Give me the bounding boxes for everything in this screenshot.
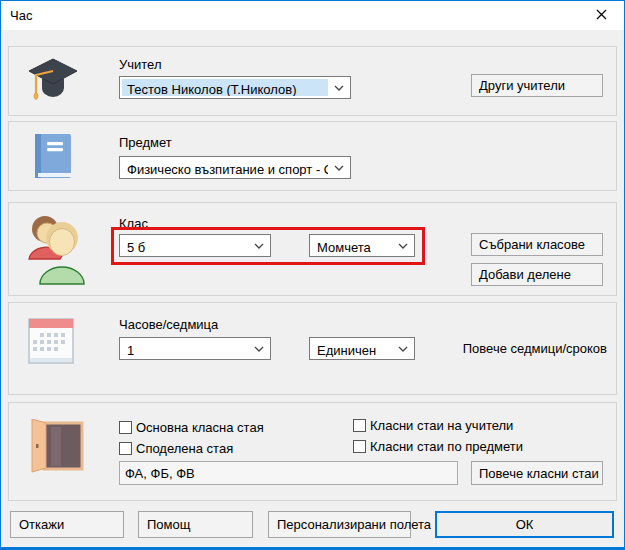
class-combobox[interactable]: 5 б	[119, 234, 271, 257]
more-rooms-button[interactable]: Повече класни стаи	[471, 461, 603, 485]
custom-fields-button[interactable]: Персонализирани полета	[268, 511, 411, 538]
close-icon	[596, 8, 607, 23]
rooms-input[interactable]	[119, 461, 458, 485]
chevron-down-icon	[392, 346, 414, 352]
teacher-combobox[interactable]: Тестов Николов (Т.Николов)	[119, 76, 351, 99]
checkbox-box	[353, 440, 366, 453]
joint-classes-button[interactable]: Събрани класове	[471, 233, 603, 256]
group-combobox[interactable]: Момчета	[309, 234, 415, 257]
subject-selected-value: Физическо възпитание и спорт - ООП	[122, 159, 328, 176]
rooms-section: Основна класна стая Споделена стая Класн…	[8, 402, 617, 501]
teacher-selected-value: Тестов Николов (Т.Николов)	[122, 79, 328, 96]
teachers-classrooms-checkbox[interactable]: Класни стаи на учители	[353, 418, 513, 433]
other-teachers-button[interactable]: Други учители	[471, 74, 603, 97]
hours-count-combobox[interactable]: 1	[119, 337, 271, 360]
checkbox-box	[119, 442, 132, 455]
class-label: Клас	[119, 216, 148, 231]
class-selected-value: 5 б	[122, 237, 248, 254]
class-section: Клас 5 б Момчета Събрани класове Добави …	[8, 202, 617, 296]
cancel-button[interactable]: Откажи	[10, 511, 124, 538]
checkbox-box	[119, 421, 132, 434]
home-classroom-checkbox[interactable]: Основна класна стая	[119, 420, 264, 435]
chevron-down-icon	[392, 243, 414, 249]
add-division-button[interactable]: Добави делене	[471, 263, 603, 286]
window-title: Час	[1, 8, 579, 23]
graduation-cap-icon	[25, 52, 81, 111]
subject-classrooms-checkbox[interactable]: Класни стаи по предмети	[353, 439, 523, 454]
calendar-icon	[25, 315, 75, 370]
subject-combobox[interactable]: Физическо възпитание и спорт - ООП	[119, 156, 351, 179]
ok-button[interactable]: ОК	[435, 511, 614, 538]
lesson-type-value: Единичен	[312, 340, 392, 357]
subject-label: Предмет	[119, 135, 172, 150]
checkbox-label: Споделена стая	[136, 441, 233, 456]
teacher-label: Учител	[119, 57, 162, 72]
lesson-type-combobox[interactable]: Единичен	[309, 337, 415, 360]
lesson-dialog: Час Учител Тестов Николов (Т.Николов)	[0, 0, 625, 550]
chevron-down-icon	[328, 85, 350, 91]
chevron-down-icon	[248, 243, 270, 249]
teacher-section: Учител Тестов Николов (Т.Николов) Други …	[8, 46, 617, 116]
more-weeks-terms-link[interactable]: Повече седмици/сроков	[463, 341, 607, 356]
book-icon	[28, 131, 78, 186]
checkbox-label: Класни стаи по предмети	[370, 439, 523, 454]
checkbox-box	[353, 419, 366, 432]
checkbox-label: Основна класна стая	[136, 420, 264, 435]
hours-section: Часове/седмица 1 Единичен Повече седмици…	[8, 302, 617, 395]
subject-section: Предмет Физическо възпитание и спорт - О…	[8, 121, 617, 191]
checkbox-label: Класни стаи на учители	[370, 418, 513, 433]
help-button[interactable]: Помощ	[138, 511, 253, 538]
titlebar: Час	[1, 1, 624, 30]
chevron-down-icon	[248, 346, 270, 352]
chevron-down-icon	[328, 165, 350, 171]
shared-room-checkbox[interactable]: Споделена стая	[119, 441, 233, 456]
hours-count-value: 1	[122, 340, 248, 357]
hours-per-week-label: Часове/седмица	[119, 317, 218, 332]
dialog-body: Учител Тестов Николов (Т.Николов) Други …	[1, 30, 624, 547]
group-selected-value: Момчета	[312, 237, 392, 254]
door-icon	[29, 419, 87, 476]
close-button[interactable]	[579, 1, 624, 30]
students-icon	[21, 211, 91, 290]
